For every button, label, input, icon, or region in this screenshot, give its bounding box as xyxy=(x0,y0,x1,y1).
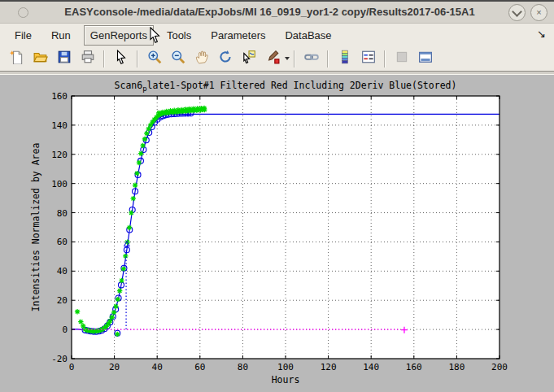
x-tick-label: 160 xyxy=(406,362,422,372)
x-tick-label: 180 xyxy=(448,362,465,372)
arrow-icon xyxy=(114,50,129,68)
save-icon xyxy=(57,50,72,68)
y-tick-label: 80 xyxy=(57,208,68,219)
hidetools-icon xyxy=(395,50,409,68)
save-figure-button[interactable] xyxy=(53,48,75,70)
toolbar-separator xyxy=(103,50,105,68)
x-tick-label: 20 xyxy=(109,362,120,372)
menu-item-run[interactable]: Run xyxy=(45,25,77,46)
toolbar-separator xyxy=(137,50,138,68)
datacursor-icon xyxy=(242,50,256,68)
print-figure-button[interactable] xyxy=(76,48,98,70)
new-figure-button[interactable] xyxy=(6,48,28,70)
menu-item-genreports[interactable]: GenReports xyxy=(84,25,154,46)
menu-item-tools[interactable]: Tools xyxy=(160,25,198,46)
brush-dropdown-icon[interactable] xyxy=(285,57,290,60)
legend-icon xyxy=(361,50,376,68)
x-tick-label: 0 xyxy=(69,362,75,372)
shade-button[interactable] xyxy=(508,4,526,21)
figure-canvas: 020406080100120140160180200-200204060801… xyxy=(0,75,554,392)
y-tick-label: 0 xyxy=(62,324,68,335)
y-axis-label: Intensities Normalized by Area xyxy=(30,143,41,312)
x-tick-label: 120 xyxy=(321,362,337,372)
pan-button[interactable] xyxy=(190,48,212,70)
zoomin-icon xyxy=(147,50,162,68)
y-tick-label: -20 xyxy=(51,354,68,364)
show-plot-tools-button[interactable] xyxy=(414,48,436,70)
brush-icon xyxy=(265,50,280,68)
close-icon: × xyxy=(536,8,541,17)
showtools-icon xyxy=(418,50,433,68)
y-tick-label: 100 xyxy=(51,179,68,189)
plot-title: Scan6plate1-Spot#1 Filtered Red Includin… xyxy=(115,80,457,93)
toolbar-separator xyxy=(384,50,386,68)
hide-plot-tools-button xyxy=(390,48,412,70)
pan-icon xyxy=(194,50,209,68)
y-tick-label: 20 xyxy=(57,295,68,306)
zoom-out-button[interactable] xyxy=(167,48,189,70)
new-icon xyxy=(10,50,24,68)
toolbar xyxy=(0,46,554,71)
x-tick-label: 100 xyxy=(277,362,294,372)
brush-data-button[interactable] xyxy=(261,48,283,70)
zoom-in-button[interactable] xyxy=(143,48,165,70)
toolbar-separator xyxy=(327,50,329,68)
menu-item-file[interactable]: File xyxy=(8,25,38,46)
menubar: FileRunGenReportsToolsParametersDataBase… xyxy=(0,24,554,46)
y-tick-label: 160 xyxy=(51,91,68,102)
y-tick-label: 60 xyxy=(57,237,68,247)
link-icon xyxy=(304,50,319,68)
rotate-icon xyxy=(218,50,233,68)
y-tick-label: 120 xyxy=(51,150,68,160)
plot-canvas[interactable]: 020406080100120140160180200-200204060801… xyxy=(0,75,554,392)
x-axis-label: Hours xyxy=(272,374,300,385)
open-icon xyxy=(33,50,48,68)
window-title: EASYconsole-/media/data/ExpJobs/MI 16_09… xyxy=(49,2,491,23)
titlebar: EASYconsole-/media/data/ExpJobs/MI 16_09… xyxy=(0,2,554,24)
x-tick-label: 60 xyxy=(194,362,205,372)
chevron-down-icon xyxy=(512,7,522,17)
insert-legend-button[interactable] xyxy=(357,48,379,70)
insert-colorbar-button[interactable] xyxy=(334,48,356,70)
open-file-button[interactable] xyxy=(29,48,51,70)
y-tick-label: 40 xyxy=(57,266,68,277)
menu-overflow-icon[interactable]: ↘ xyxy=(537,28,546,40)
link-plot-button[interactable] xyxy=(300,48,322,70)
window-menu-icon[interactable] xyxy=(18,7,28,18)
menu-item-parameters[interactable]: Parameters xyxy=(204,25,272,46)
close-button[interactable]: × xyxy=(530,4,547,21)
toolbar-separator xyxy=(294,50,295,68)
y-tick-label: 140 xyxy=(51,120,68,131)
data-cursor-button[interactable] xyxy=(238,48,260,70)
x-tick-label: 200 xyxy=(491,362,508,372)
rotate-3d-button[interactable] xyxy=(214,48,236,70)
menu-item-database[interactable]: DataBase xyxy=(278,25,338,46)
edit-plot-button[interactable] xyxy=(110,48,132,70)
colorbar-icon xyxy=(338,50,352,68)
print-icon xyxy=(81,50,95,68)
x-tick-label: 80 xyxy=(238,362,248,372)
easyconsole-window: EASYconsole-/media/data/ExpJobs/MI 16_09… xyxy=(0,0,554,392)
zoomout-icon xyxy=(171,50,185,68)
x-tick-label: 40 xyxy=(152,362,163,372)
x-tick-label: 140 xyxy=(363,362,379,372)
